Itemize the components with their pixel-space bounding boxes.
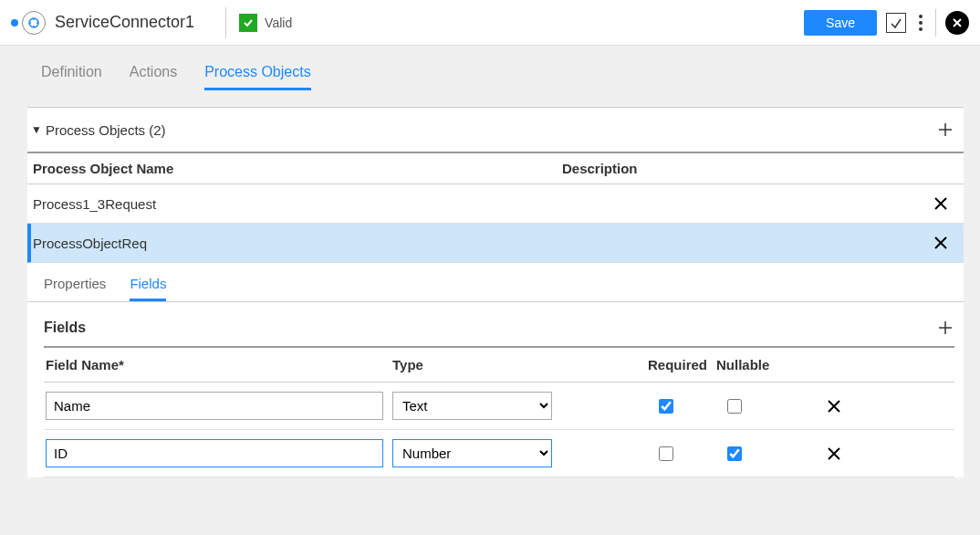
delete-field-icon[interactable] [826, 398, 925, 414]
field-row: Number [44, 430, 954, 477]
header-actions: Save [804, 9, 969, 37]
row-name: ProcessObjectReq [33, 236, 562, 251]
col-field-type: Type [392, 357, 648, 372]
header-bar: ServiceConnector1 Valid Save [0, 0, 980, 46]
connector-icon [22, 11, 46, 35]
field-name-input[interactable] [46, 439, 383, 467]
expand-toggle-icon[interactable]: ▼ [31, 123, 42, 136]
validate-icon[interactable] [886, 13, 906, 33]
fields-section: Fields Field Name* Type Required Nullabl… [27, 302, 964, 477]
col-field-name: Field Name* [46, 357, 392, 372]
table-header: Process Object Name Description [27, 153, 964, 184]
tab-definition[interactable]: Definition [41, 64, 102, 90]
modified-dot-icon [11, 19, 18, 26]
field-row: Text [44, 383, 954, 430]
col-desc-header: Description [562, 161, 958, 176]
col-name-header: Process Object Name [33, 161, 562, 176]
valid-check-icon [239, 14, 257, 32]
panel-title: Process Objects (2) [46, 122, 166, 138]
col-actions [826, 357, 953, 372]
page-title: ServiceConnector1 [55, 13, 194, 32]
nullable-checkbox[interactable] [727, 399, 742, 414]
col-nullable: Nullable [716, 357, 826, 372]
add-field-icon[interactable] [936, 319, 954, 337]
header-divider [225, 7, 226, 38]
top-tabs: Definition Actions Process Objects [27, 64, 964, 90]
col-required: Required [648, 357, 716, 372]
table-row[interactable]: Process1_3Request [27, 184, 964, 224]
fields-table-header: Field Name* Type Required Nullable [44, 348, 954, 383]
fields-table: Field Name* Type Required Nullable Text [44, 348, 954, 477]
tab-properties[interactable]: Properties [44, 276, 106, 301]
process-objects-panel: ▼ Process Objects (2) Process Object Nam… [27, 107, 964, 477]
tab-actions[interactable]: Actions [130, 64, 177, 90]
fields-header: Fields [44, 319, 954, 348]
add-process-object-icon[interactable] [936, 121, 954, 139]
delete-row-icon[interactable] [933, 235, 958, 251]
field-type-select[interactable]: Number [392, 439, 552, 467]
row-name: Process1_3Request [33, 196, 562, 212]
tab-process-objects[interactable]: Process Objects [204, 64, 310, 90]
fields-title: Fields [44, 320, 86, 336]
panel-header: ▼ Process Objects (2) [27, 108, 964, 153]
delete-row-icon[interactable] [933, 195, 958, 212]
field-type-select[interactable]: Text [392, 392, 552, 420]
header-divider-2 [935, 9, 936, 37]
field-name-input[interactable] [46, 392, 383, 420]
more-options-icon[interactable] [915, 15, 926, 31]
table-row[interactable]: ProcessObjectReq [27, 224, 964, 263]
close-icon[interactable] [945, 11, 969, 35]
delete-field-icon[interactable] [826, 446, 925, 462]
nullable-checkbox[interactable] [727, 446, 742, 461]
tab-fields[interactable]: Fields [130, 276, 166, 301]
required-checkbox[interactable] [659, 399, 673, 414]
valid-status-label: Valid [265, 16, 292, 30]
required-checkbox[interactable] [659, 446, 673, 461]
save-button[interactable]: Save [804, 10, 877, 36]
sub-tabs: Properties Fields [27, 263, 964, 302]
process-objects-table: Process Object Name Description Process1… [27, 153, 964, 263]
